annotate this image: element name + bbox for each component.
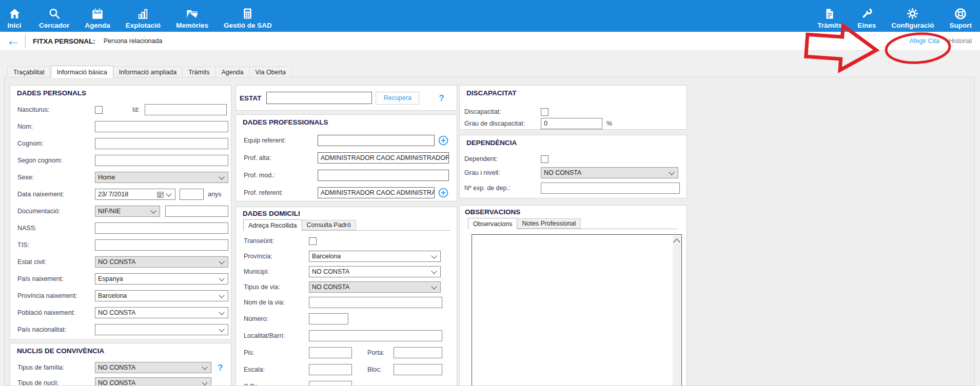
nav-item-cercador[interactable]: Cercador [39,7,69,29]
municipi-select[interactable]: NO CONSTA [309,266,441,277]
poblacio-naixement-select[interactable]: NO CONSTA [95,307,228,318]
tab-tracabilitat[interactable]: Traçabilitat [7,67,51,77]
record-tabs: Traçabilitat Informació bàsica Informaci… [7,66,292,77]
provincia-select[interactable]: Barcelona [309,251,441,262]
documentacio-select[interactable]: NIF/NIE [95,206,160,217]
estat-civil-select[interactable]: NO CONSTA [95,256,228,268]
scrollbar[interactable] [673,235,681,386]
nav-item-explotacio[interactable]: Explotació [126,7,161,29]
chevron-down-icon [166,191,171,196]
observacions-textarea[interactable] [472,234,682,386]
nav-item-configuracio[interactable]: Configuració [891,7,934,29]
sexe-select[interactable]: Home [95,172,228,183]
tab-informacio-ampliada[interactable]: Informació ampliada [113,67,183,77]
add-icon[interactable] [438,135,448,146]
help-icon[interactable]: ? [439,94,444,103]
field-label: Municipi: [244,268,309,275]
field-label: País naixement: [17,275,95,282]
group-title: DADES PROFESSIONALS [236,115,457,126]
nav-label: Cercador [39,22,69,29]
data-naixement-datepicker[interactable]: 23/ 7/2018 [95,189,175,200]
tab-tramits[interactable]: Tràmits [183,67,215,77]
prof-alta-input[interactable]: ADMINISTRADOR CAOC ADMINISTRADOR [318,152,449,164]
grau-nivell-select[interactable]: NO CONSTA [541,167,678,178]
dades-professionals-group: DADES PROFESSIONALS Equip referent: Prof… [236,114,457,201]
tab-via-oberta[interactable]: Via Oberta [250,67,292,77]
tab-agenda[interactable]: Agenda [215,67,249,77]
tab-notes-professional[interactable]: Notes Professional [517,218,581,229]
group-title: DADES PERSONALS [10,86,231,97]
edat-input[interactable] [180,189,204,200]
gear-icon [906,7,919,21]
pais-nacionalitat-select[interactable] [95,324,228,335]
field-segon-cognom: Segon cognom: [17,155,231,166]
nom-via-input[interactable] [309,297,442,308]
num-exp-dep-input[interactable] [541,182,680,194]
nav-item-tramits[interactable]: Tràmits [817,7,842,29]
field-pais-nacionalitat: País nacionalitat: [17,324,231,335]
dependent-checkbox[interactable] [541,155,548,163]
nav-item-suport[interactable]: Suport [950,7,972,29]
tab-informacio-basica[interactable]: Informació bàsica [51,66,113,78]
nom-input[interactable] [95,121,228,132]
localitat-input[interactable] [309,330,442,341]
pis-input[interactable] [309,347,352,358]
group-title: ESTAT [240,94,261,102]
search-icon [48,7,61,21]
field-tipus-nucli: Tipus de nucli: NO CONSTA [17,377,231,386]
escala-input[interactable] [309,364,352,375]
nav-item-inici[interactable]: Inici [5,7,24,29]
back-arrow-icon[interactable]: ← [6,34,20,48]
field-nom-via: Nom de la via: [244,297,457,308]
field-nom: Nom: [17,121,231,132]
field-label: Sexe: [17,174,95,181]
tab-consulta-padro[interactable]: Consulta Padró [302,220,356,230]
prof-mod-input[interactable] [318,170,449,181]
id-input[interactable] [145,104,227,115]
nasciturus-checkbox[interactable] [95,106,103,114]
tab-observacions[interactable]: Observacions [468,218,517,229]
field-label: Prof. referent: [244,189,318,196]
transeunt-checkbox[interactable] [309,237,317,245]
bloc-input[interactable] [394,364,442,375]
tis-input[interactable] [95,239,228,251]
nav-label: Suport [950,22,972,29]
tipus-via-select[interactable]: NO CONSTA [309,281,441,293]
provincia-naixement-select[interactable]: Barcelona [95,290,228,301]
discapacitat-checkbox[interactable] [541,108,548,116]
recupera-button[interactable]: Recupera [376,92,419,105]
help-icon[interactable]: ? [218,363,223,372]
nav-item-agenda[interactable]: Agenda [85,7,110,29]
tipus-familia-select[interactable]: NO CONSTA [95,362,211,373]
estat-input[interactable] [266,92,372,104]
add-icon[interactable] [438,188,448,198]
tipus-nucli-select[interactable]: NO CONSTA [95,377,211,386]
pais-naixement-select[interactable]: Espanya [95,273,228,285]
nav-item-memories[interactable]: Memòries [176,7,208,29]
nav-item-gestio-sad[interactable]: Gestió de SAD [224,7,272,29]
field-grau-discapacitat: Grau de discapacitat: 0 % [464,118,687,129]
chevron-down-icon [150,208,156,213]
field-tis: TIS: [17,239,231,251]
nass-input[interactable] [95,222,228,234]
afegir-cita-link[interactable]: Afegir Cita [909,37,939,45]
field-escala-bloc: Escala: Bloc: [244,364,457,375]
page-title: FITXA PERSONAL: [33,37,95,45]
porta-input[interactable] [394,347,442,358]
grau-discapacitat-input[interactable]: 0 [541,118,602,129]
cp-input[interactable] [309,381,352,386]
field-municipi: Municipi: NO CONSTA [244,266,457,277]
numero-input[interactable] [309,313,348,324]
tab-adreca-recollida[interactable]: Adreça Recollida [243,219,302,231]
nav-label: Gestió de SAD [224,22,272,29]
field-label: Bloc: [367,366,392,373]
prof-referent-input[interactable]: ADMINISTRADOR CAOC ADMINISTRADOR [318,187,435,198]
documentacio-input[interactable] [165,206,228,217]
equip-referent-input[interactable] [318,135,435,146]
nav-item-eines[interactable]: Eines [857,7,876,29]
cognom-input[interactable] [95,138,228,149]
field-localitat: Localitat/Barri: [244,330,457,341]
field-label: C.P.: [244,383,309,386]
segon-cognom-input[interactable] [95,155,228,166]
historial-link[interactable]: Historial [949,37,972,45]
